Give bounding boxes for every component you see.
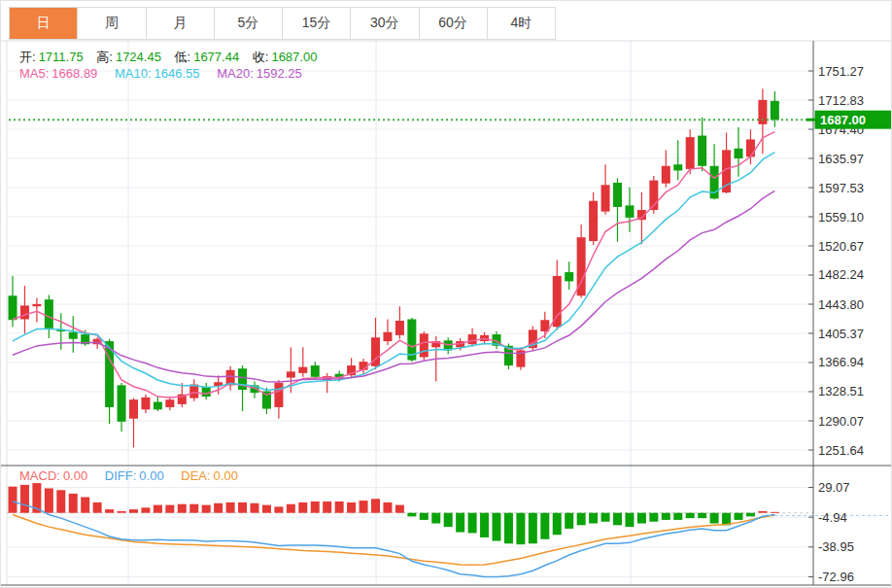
macd-bar [420,513,429,520]
macd-bar [480,513,489,537]
candle-down [771,101,779,120]
candle-up [420,333,429,357]
ma-line-ma20 [13,190,774,382]
macd-bar [493,513,501,541]
macd-bar [710,513,719,524]
ma10-value: 1646.55 [154,66,200,81]
gridlines [7,41,813,585]
candle-up [601,185,610,211]
macd-bar [407,513,416,517]
macd-bar [371,499,380,512]
macd-bar [45,488,53,512]
macd-bar [9,487,17,513]
candle-up [395,321,404,335]
candle-up [141,398,150,409]
ma20-label: MA20: [217,66,254,81]
candle-up [468,334,477,344]
axis-tick-label: 1328.51 [818,384,864,398]
macd-bar [262,505,271,513]
candle-down [710,166,719,199]
axis-tick-label: -38.95 [818,539,854,554]
candle-down [613,183,622,207]
macd-bar [529,513,537,544]
ma-lines [13,132,774,398]
candle-up [129,399,138,419]
macd-bar [444,513,453,527]
macd-bar [601,513,610,522]
candle-down [202,387,211,397]
macd-bar [20,485,29,513]
candle-down [735,149,743,158]
candle-down [154,402,162,410]
macd-bar [298,502,307,513]
candlestick-chart[interactable]: 1751.271712.831674.401635.971597.531559.… [1,1,892,588]
macd-bar [189,504,198,513]
macd-axis: 29.07-4.94-38.95-72.96 [808,480,854,584]
axis-tick-label: 1482.24 [818,267,864,282]
high-value: 1724.45 [116,50,161,64]
macd-bar [686,513,695,518]
macd-bar [540,513,549,539]
macd-bar [129,509,138,513]
ma10-label: MA10: [115,66,152,81]
macd-bar [226,502,235,513]
macd-bar [311,502,320,513]
current-price-label: 1687.00 [820,113,866,127]
macd-bar [746,513,755,517]
macd-bar [274,506,283,512]
candle-up [20,305,29,319]
macd-bar [516,513,525,544]
candle-down [625,205,634,217]
axis-tick-label: -72.96 [818,570,854,584]
axis-tick-label: 1520.67 [818,239,864,254]
open-label: 开: [19,50,36,64]
candle-up [383,332,392,341]
macd-value: 0.00 [63,468,87,483]
diff-label: DIFF: [105,468,137,483]
close-value: 1687.00 [271,50,317,64]
candle-up [298,367,307,373]
macd-bar [758,511,767,513]
macd-bar [625,513,634,527]
macd-bar [468,513,477,534]
axis-tick-label: 1405.37 [818,327,864,341]
axis-tick-label: 1597.53 [818,181,864,195]
axis-tick-label: 1712.83 [818,93,864,108]
macd-bar [165,505,174,513]
macd-bar [81,497,89,512]
macd-bar [178,504,187,513]
macd-legend: MACD:0.00 DIFF:0.00 DEA:0.00 [19,468,238,483]
macd-bar [637,513,646,524]
macd-bar [565,513,573,529]
macd-label: MACD: [19,468,60,483]
candle-down [311,365,320,377]
candle-down [673,164,682,170]
macd-bar [118,511,126,513]
candle-up [746,139,755,156]
candle-up [32,304,41,306]
macd-bar [323,502,331,513]
ma20-value: 1592.25 [257,66,302,81]
candle-down [565,272,573,281]
macd-bar [383,502,392,513]
macd-bar [347,502,356,513]
axis-tick-label: -4.94 [818,510,847,525]
macd-bar [662,513,670,520]
current-price-tag: 1687.00 [806,111,892,129]
candle-up [589,201,598,241]
candle-up [274,383,283,407]
macd-bar [238,502,247,513]
macd-bar [202,505,211,513]
ma-legend: MA5:1668.89 MA10:1646.55 MA20:1592.25 [19,66,302,81]
macd-bar [431,513,440,524]
macd-bar [105,509,114,513]
open-value: 1711.75 [39,50,84,64]
macd-bar [251,503,259,513]
macd-bar [335,502,344,513]
ohlc-legend: 开:1711.75 高:1724.45 低:1677.44 收:1687.00 [19,49,317,66]
candle-down [118,385,126,421]
candle-down [9,295,17,320]
axis-tick-label: 1751.27 [818,64,864,79]
macd-bar [613,513,622,526]
macd-bar [360,501,368,513]
